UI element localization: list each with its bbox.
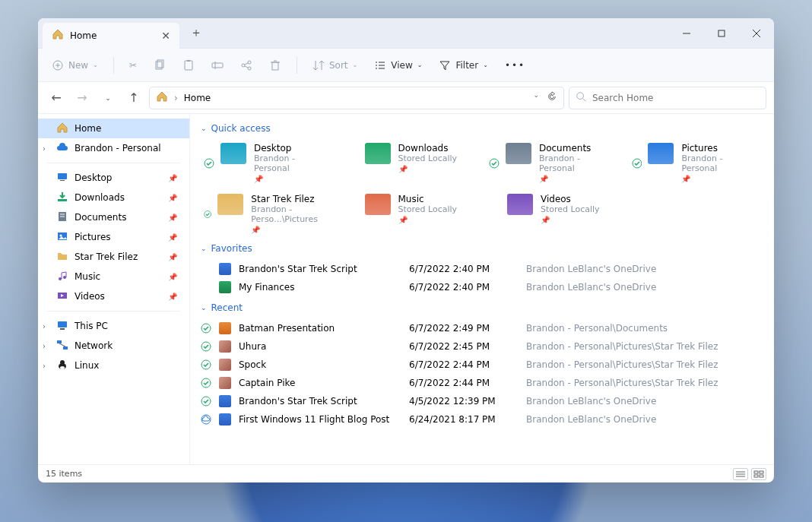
maximize-button[interactable] — [704, 18, 739, 49]
section-header-recent[interactable]: ⌄ Recent — [198, 298, 766, 318]
linux-icon — [56, 359, 68, 373]
sidebar-item-home[interactable]: Home — [38, 119, 189, 138]
sidebar-item-star-trek-filez[interactable]: Star Trek Filez📌 — [38, 247, 189, 267]
share-button[interactable] — [234, 56, 259, 74]
address-bar[interactable]: › Home ⌄ — [149, 87, 564, 109]
svg-rect-18 — [272, 62, 278, 70]
sidebar-item-pictures[interactable]: Pictures📌 — [38, 227, 189, 247]
refresh-icon — [547, 91, 557, 102]
file-name: Batman Presentation — [239, 323, 406, 334]
chevron-right-icon[interactable]: › — [43, 144, 50, 153]
quickaccess-title: Pictures — [681, 143, 760, 153]
file-explorer-window: Home ✕ ＋ New ⌄ ✂ — [38, 18, 774, 482]
chevron-down-icon: ⌄ — [201, 304, 207, 312]
pin-icon: 📌 — [541, 216, 600, 224]
search-box[interactable] — [569, 87, 766, 109]
pin-icon: 📌 — [254, 175, 333, 183]
details-view-button[interactable] — [733, 468, 748, 480]
quickaccess-star-trek-filez[interactable]: Star Trek FilezBrandon - Perso...\Pictur… — [201, 191, 336, 237]
chevron-down-icon: ⌄ — [93, 62, 98, 68]
back-button[interactable]: ← — [46, 87, 67, 109]
svg-point-13 — [242, 64, 245, 67]
svg-line-16 — [245, 63, 248, 65]
tab-home[interactable]: Home ✕ — [43, 23, 179, 49]
chevron-right-icon[interactable]: › — [43, 322, 50, 331]
recent-locations-button[interactable]: ⌄ — [97, 87, 119, 109]
icons-view-button[interactable] — [751, 468, 766, 480]
svg-rect-46 — [57, 340, 62, 343]
file-row[interactable]: Spock6/7/2022 2:44 PMBrandon - Personal\… — [201, 356, 763, 374]
section-label: Quick access — [211, 123, 271, 134]
minimize-button[interactable] — [669, 18, 704, 49]
copy-button[interactable] — [147, 56, 172, 74]
forward-button[interactable]: → — [71, 87, 93, 109]
file-icon — [219, 377, 231, 389]
file-name: Brandon's Star Trek Script — [239, 396, 406, 407]
svg-rect-45 — [60, 328, 65, 330]
delete-icon — [269, 59, 281, 71]
breadcrumb-home[interactable]: Home — [184, 93, 211, 103]
sidebar-item-network[interactable]: › Network — [38, 336, 189, 356]
file-name: My Finances — [239, 282, 406, 293]
cloud-icon — [201, 414, 211, 425]
more-icon: ••• — [505, 60, 525, 71]
quickaccess-desktop[interactable]: DesktopBrandon - Personal📌 — [201, 140, 336, 186]
pin-icon: 📌 — [168, 233, 177, 242]
sidebar-item-thispc[interactable]: › This PC — [38, 316, 189, 336]
sidebar-item-desktop[interactable]: Desktop📌 — [38, 168, 189, 188]
sidebar-item-music[interactable]: Music📌 — [38, 267, 189, 286]
sync-icon — [201, 378, 211, 388]
quickaccess-videos[interactable]: VideosStored Locally📌 — [486, 191, 621, 237]
sidebar-item-downloads[interactable]: Downloads📌 — [38, 188, 189, 207]
pin-icon: 📌 — [168, 273, 177, 281]
file-row[interactable]: Brandon's Star Trek Script6/7/2022 2:40 … — [201, 260, 763, 278]
sidebar-item-onedrive[interactable]: › Brandon - Personal — [38, 138, 189, 158]
sync-icon — [489, 158, 500, 169]
sidebar-item-videos[interactable]: Videos📌 — [38, 286, 189, 306]
paste-button[interactable] — [176, 56, 201, 74]
history-dropdown-button[interactable]: ⌄ — [533, 91, 539, 104]
quickaccess-documents[interactable]: DocumentsBrandon - Personal📌 — [486, 140, 621, 186]
quickaccess-music[interactable]: MusicStored Locally📌 — [344, 191, 479, 237]
copy-icon — [154, 59, 166, 71]
view-button[interactable]: View ⌄ — [368, 56, 428, 74]
pin-icon: 📌 — [168, 293, 177, 301]
delete-button[interactable] — [263, 56, 287, 74]
desktop-icon — [56, 171, 68, 185]
file-row[interactable]: My Finances6/7/2022 2:40 PMBrandon LeBla… — [201, 278, 763, 296]
cut-button[interactable]: ✂ — [123, 57, 143, 74]
quickaccess-pictures[interactable]: PicturesBrandon - Personal📌 — [629, 140, 764, 186]
sync-icon — [632, 158, 642, 169]
section-header-quickaccess[interactable]: ⌄ Quick access — [198, 119, 766, 138]
rename-button[interactable] — [205, 56, 230, 74]
chevron-right-icon[interactable]: › — [43, 342, 50, 350]
pin-icon: 📌 — [251, 226, 332, 234]
sidebar-item-linux[interactable]: › Linux — [38, 356, 189, 375]
refresh-button[interactable] — [547, 91, 557, 104]
file-row[interactable]: First Windows 11 Flight Blog Post6/24/20… — [201, 410, 763, 429]
file-location: Brandon - Personal\Documents — [526, 323, 763, 334]
pin-icon: 📌 — [168, 253, 177, 261]
documents-icon — [56, 210, 68, 225]
section-header-favorites[interactable]: ⌄ Favorites — [198, 239, 766, 258]
filter-button[interactable]: Filter ⌄ — [433, 56, 493, 74]
new-button-label: New — [68, 60, 88, 71]
new-tab-button[interactable]: ＋ — [184, 25, 208, 41]
more-button[interactable]: ••• — [499, 57, 531, 74]
up-button[interactable]: ↑ — [123, 87, 144, 109]
folder-icon — [506, 143, 531, 164]
close-button[interactable] — [739, 18, 774, 49]
file-row[interactable]: Batman Presentation6/7/2022 2:49 PMBrand… — [201, 319, 763, 337]
file-row[interactable]: Captain Pike6/7/2022 2:44 PMBrandon - Pe… — [201, 374, 763, 392]
file-row[interactable]: Brandon's Star Trek Script4/5/2022 12:39… — [201, 392, 763, 410]
new-button[interactable]: New ⌄ — [46, 56, 104, 74]
search-input[interactable] — [592, 93, 760, 103]
sidebar-item-documents[interactable]: Documents📌 — [38, 207, 189, 227]
cloud-icon — [56, 141, 68, 156]
chevron-right-icon[interactable]: › — [43, 362, 50, 370]
file-row[interactable]: Uhura6/7/2022 2:45 PMBrandon - Personal\… — [201, 337, 763, 356]
sort-button[interactable]: Sort ⌄ — [306, 56, 363, 74]
quickaccess-downloads[interactable]: DownloadsStored Locally📌 — [344, 140, 479, 186]
section-label: Favorites — [211, 243, 252, 254]
tab-close-button[interactable]: ✕ — [161, 30, 170, 42]
